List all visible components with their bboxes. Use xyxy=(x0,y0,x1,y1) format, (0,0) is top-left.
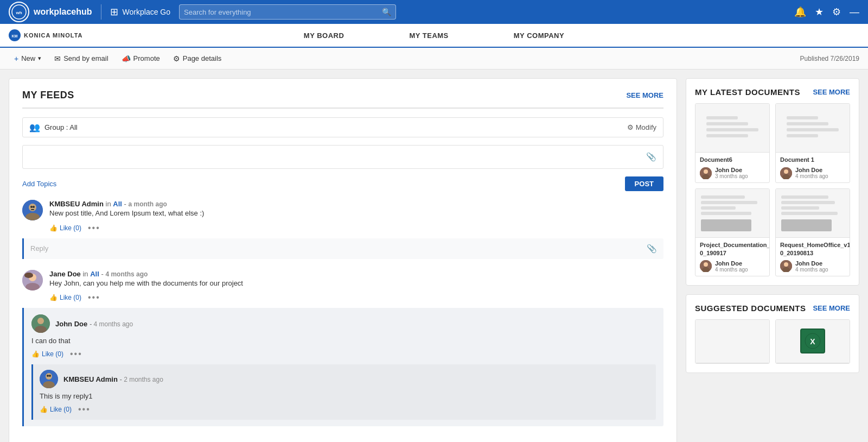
reply2-avatar xyxy=(40,370,58,388)
post-input-box[interactable]: 📎 xyxy=(22,145,663,169)
workplace-go[interactable]: ⊞ Workplace Go xyxy=(110,6,170,18)
reply1-header: John Doe - 4 months ago xyxy=(31,314,656,333)
post1-author-name: KMBSEU Admin xyxy=(49,200,104,208)
sub-navigation: KM KONICA MINOLTA MY BOARD MY TEAMS MY C… xyxy=(0,24,868,48)
nav-item-my-teams[interactable]: MY TEAMS xyxy=(376,23,481,47)
reply1-content: I can do that xyxy=(31,336,656,346)
minimize-icon[interactable]: — xyxy=(850,7,859,18)
nav-item-my-board[interactable]: MY BOARD xyxy=(271,23,377,47)
doc2-username: John Doe xyxy=(795,167,828,173)
latest-docs-title: MY LATEST DOCUMENTS xyxy=(695,87,800,97)
reply2-like-button[interactable]: 👍 Like (0) xyxy=(40,406,72,413)
reply-input-box[interactable]: Reply 📎 xyxy=(22,238,663,259)
reply1-more-button[interactable]: ••• xyxy=(70,349,82,359)
svg-point-7 xyxy=(30,206,33,208)
reply-placeholder: Reply xyxy=(30,244,647,252)
suggested-doc-card-2[interactable]: X xyxy=(775,319,850,364)
logo-text: workplacehub xyxy=(34,7,92,17)
post1-group-link[interactable]: All xyxy=(113,200,122,208)
top-navigation: wh workplacehub ⊞ Workplace Go 🔍 🔔 ★ ⚙ — xyxy=(0,0,868,24)
feeds-divider xyxy=(22,108,663,109)
post1-like-button[interactable]: 👍 Like (0) xyxy=(49,224,81,232)
suggested-docs-see-more[interactable]: SEE MORE xyxy=(813,304,850,312)
feed-item-header: KMBSEU Admin in All - a month ago New po… xyxy=(22,200,663,233)
svg-text:X: X xyxy=(810,337,815,346)
svg-point-21 xyxy=(49,375,51,377)
new-button[interactable]: + New ▾ xyxy=(9,52,47,65)
doc-line xyxy=(706,128,758,131)
document-card[interactable]: Request_HomeOffice_v1-0_20190813 Jo xyxy=(775,188,850,276)
suggested-docs-header: SUGGESTED DOCUMENTS SEE MORE xyxy=(695,304,850,313)
logo[interactable]: wh workplacehub xyxy=(9,2,92,22)
svg-text:wh: wh xyxy=(15,10,22,15)
svg-text:KM: KM xyxy=(12,34,18,38)
doc4-user-info: John Doe 4 months ago xyxy=(795,260,828,273)
settings-icon: ⚙ xyxy=(173,54,180,63)
sub-nav-items: MY BOARD MY TEAMS MY COMPANY xyxy=(271,23,597,47)
doc3-user: John Doe 4 months ago xyxy=(700,260,765,273)
doc4-time: 4 months ago xyxy=(795,267,828,273)
latest-docs-see-more[interactable]: SEE MORE xyxy=(813,88,850,96)
feed-meta: KMBSEU Admin in All - a month ago New po… xyxy=(49,200,663,233)
suggested-documents-section: SUGGESTED DOCUMENTS SEE MORE xyxy=(686,294,859,373)
post1-time: a month ago xyxy=(128,200,167,208)
group-filter[interactable]: 👥 Group : All ⚙ Modify xyxy=(22,117,663,137)
doc-line xyxy=(706,134,748,137)
suggested-doc-card-1[interactable] xyxy=(695,319,770,364)
post-button[interactable]: POST xyxy=(625,176,663,191)
svg-point-32 xyxy=(784,262,788,267)
search-bar[interactable]: 🔍 xyxy=(179,4,396,20)
nav-item-my-company[interactable]: MY COMPANY xyxy=(481,23,597,47)
feeds-panel: MY FEEDS SEE MORE 👥 Group : All ⚙ Modify… xyxy=(9,78,677,442)
doc2-avatar xyxy=(780,167,792,179)
document-card[interactable]: Document 1 John Doe xyxy=(775,103,850,183)
thumbs-up-icon: 👍 xyxy=(40,406,48,413)
konica-logo: KM KONICA MINOLTA xyxy=(9,29,83,41)
suggested-docs-title: SUGGESTED DOCUMENTS xyxy=(695,304,806,313)
add-topics-link[interactable]: Add Topics xyxy=(22,180,56,188)
document-card[interactable]: Document6 John Doe xyxy=(695,103,770,183)
post2-like-label: Like (0) xyxy=(60,294,81,301)
doc1-avatar xyxy=(700,167,712,179)
promote-button[interactable]: 📣 Promote xyxy=(116,52,165,65)
thumbs-up-icon: 👍 xyxy=(49,294,58,301)
notification-icon[interactable]: 🔔 xyxy=(794,6,806,18)
doc3-time: 4 months ago xyxy=(715,267,748,273)
doc-info: Project_Documentation_v1-0_190917 J xyxy=(695,238,769,276)
star-icon[interactable]: ★ xyxy=(815,6,824,18)
reply1-like-button[interactable]: 👍 Like (0) xyxy=(31,350,63,358)
doc1-name: Document6 xyxy=(700,156,765,163)
modify-button[interactable]: ⚙ Modify xyxy=(627,123,656,131)
attachment-icon[interactable]: 📎 xyxy=(646,152,656,162)
nested-reply: John Doe - 4 months ago I can do that 👍 … xyxy=(22,308,663,426)
post-compose-area: 📎 Add Topics POST xyxy=(22,145,663,191)
reply1-like-label: Like (0) xyxy=(42,350,63,358)
feeds-title: MY FEEDS xyxy=(22,90,74,101)
post2-like-button[interactable]: 👍 Like (0) xyxy=(49,294,81,301)
doc3-name: Project_Documentation_v1-0_190917 xyxy=(700,241,765,257)
suggested-doc-preview-1 xyxy=(695,320,769,363)
doc2-time: 4 months ago xyxy=(795,173,828,179)
doc-preview xyxy=(695,104,769,153)
document-card[interactable]: Project_Documentation_v1-0_190917 J xyxy=(695,188,770,276)
post2-more-button[interactable]: ••• xyxy=(88,293,100,302)
post1-more-button[interactable]: ••• xyxy=(88,223,100,233)
page-details-button[interactable]: ⚙ Page details xyxy=(168,52,227,65)
feeds-see-more[interactable]: SEE MORE xyxy=(626,91,663,99)
doc4-user: John Doe 4 months ago xyxy=(780,260,845,273)
post2-group-link[interactable]: All xyxy=(90,270,99,278)
reply2-more-button[interactable]: ••• xyxy=(78,405,91,414)
group-icon: 👥 xyxy=(29,122,40,132)
suggested-docs-grid: X xyxy=(695,319,850,364)
gear-icon[interactable]: ⚙ xyxy=(832,6,841,18)
promote-icon: 📣 xyxy=(122,54,131,63)
search-input[interactable] xyxy=(184,8,379,16)
doc2-user: John Doe 4 months ago xyxy=(780,167,845,179)
search-icon[interactable]: 🔍 xyxy=(382,8,391,16)
reply1-actions: 👍 Like (0) ••• xyxy=(31,349,656,359)
reply2-actions: 👍 Like (0) ••• xyxy=(40,405,649,414)
send-email-button[interactable]: ✉ Send by email xyxy=(49,52,113,65)
post1-content: New post title, And Lorem Ipsum text, wh… xyxy=(49,208,663,219)
reply-attachment-icon[interactable]: 📎 xyxy=(647,244,657,254)
published-date: Published 7/26/2019 xyxy=(800,55,859,62)
